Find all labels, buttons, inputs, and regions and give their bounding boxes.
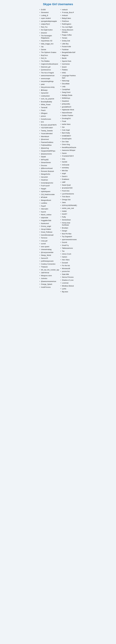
list-item: CandyRaid [60,88,77,91]
list-item: Bronwen.aliza676676 [39,124,59,126]
list-item: ✝noonje_Boss✝ [60,11,77,14]
list-item: dreamer [39,32,59,34]
list-item: Smiley Doll [60,40,77,42]
list-item: White_Power [39,103,59,106]
list-item: Stale Milk [60,273,77,276]
list-item: Language Fearless Spot [60,74,77,80]
list-item: MangoGoGo [39,173,59,176]
list-item: Honey bear Sunflower [60,222,77,226]
list-item: spongebobbpineapple [39,20,59,23]
list-item: thankunext [39,222,59,225]
list-item: theoldRazzleDazzle [60,146,77,149]
list-item: SylvanGirl [39,92,59,95]
list-item: Fastdraw [60,48,77,51]
list-item: sparrowsandcrosses [60,238,77,241]
left-column: En350StonewindLudwig_Bsuper studentspong… [39,8,60,289]
list-item: Trick Baron [60,196,77,198]
list-item: Peach [39,109,59,112]
list-item: AriGrande [60,164,77,166]
page-wrapper: Skype Girl Usernames En350StonewindLudwi… [38,0,78,296]
list-item: Terrence [39,236,59,240]
list-item: Mangonificent [39,199,59,202]
list-item: Popoff [39,205,59,208]
list-item: 218_friedchocolate [39,193,59,196]
list-item: Mud Pie Man [60,232,77,235]
list-item: Onion King [60,143,77,146]
list-item: Huggable Bab [39,219,59,222]
list-item: HerosGirl [39,176,59,179]
list-item: TamaraE [39,106,59,109]
list-item: cheeseimabag [39,248,59,251]
list-item: sunset [39,242,59,245]
list-item: Omega Sub [60,198,77,201]
list-item: UMP [60,181,77,184]
list-item: StreamSerein [39,161,59,164]
list-item: suck_my_popsicle [39,98,59,100]
list-item: ✿Always [39,89,59,92]
list-item: Great_Politician [39,231,59,234]
list-item: Hobbit [60,210,77,213]
list-item: awesomeamerican [39,74,59,77]
list-item: Douceur [39,164,59,167]
list-item: JabirVernal [39,272,59,274]
list-item: Romanic Braizack [39,170,59,173]
list-item: @evernext [39,138,59,141]
list-item: Toy Dogwatch [60,235,77,238]
list-item: Shadow of Love [60,279,77,282]
list-item: Sienna Princess [60,276,77,279]
list-item: Ludwig_B [39,14,59,17]
list-item: Small Fry [60,244,77,247]
list-item: Sweet Quail [60,184,77,187]
list-item: BengalsEddie-Buff [60,51,77,54]
list-item: Bambi [60,57,77,60]
list-item: The Riddles [39,60,59,63]
list-item: The Norwegian Ridgebacks [39,34,59,40]
list-item: Headman [39,179,59,182]
list-item: Little Boy [60,42,77,45]
list-item: FruitYcandY [39,184,59,188]
list-item: The Hut of Hagrid [39,71,59,74]
list-item: FullyheadWow [39,144,59,147]
list-item: Mindless Bobcat [60,284,77,288]
list-item: Diamond_girl [39,66,59,68]
list-item: Fluffy [60,216,77,218]
list-item: PinkDove [60,20,77,23]
list-item: Loveman [60,282,77,285]
list-item: yourea lion [60,270,77,273]
list-item: Squirrel Nuts [60,60,77,63]
list-item: Jay [39,45,59,48]
list-item: @awesomeamerican [39,280,59,283]
list-item: MrFloyd92 [39,158,59,161]
list-item: Cute Angel [60,129,77,132]
list-item: Freak [60,120,77,123]
list-item: Fresh lime [60,190,77,192]
list-item: ★GANGSTER [60,187,77,190]
list-item: GreatGraphic [60,138,77,140]
list-item: Hero Wars [60,258,77,262]
list-item: Honey Blossom Dimples [60,28,77,34]
list-item: Durasell [60,261,77,264]
list-item: Sleepy_World [39,254,59,257]
list-item: @Bornconfused [39,167,59,170]
list-item: KING [60,71,77,74]
list-item: Youarcalienated [39,132,59,135]
left-list: En350StonewindLudwig_Bsuper studentspong… [39,8,59,289]
list-item: bill_nye_the_russian_spy [39,268,59,272]
list-item: wontobey [60,166,77,169]
list-item: Poppy Coffee [60,34,77,37]
list-item: picture [39,115,59,118]
list-item: Enableest [60,178,77,181]
list-item: Cowboy Connection [39,262,59,266]
list-item: En350 [39,8,59,11]
list-item: Deadshot [60,100,77,103]
list-item: super student [39,17,59,20]
list-item: Kazmil [39,210,59,214]
list-item: Girly [60,158,77,160]
list-item: heresWonderwall [39,234,59,236]
list-item: Doll_Ex [39,57,59,60]
list-item: DiscoMate [60,82,77,85]
list-item: Thalassic [39,266,59,268]
list-item: For the lolz [60,264,77,267]
list-item: @awesomeme [39,152,59,156]
list-item: Abrupt Walker [39,228,59,231]
